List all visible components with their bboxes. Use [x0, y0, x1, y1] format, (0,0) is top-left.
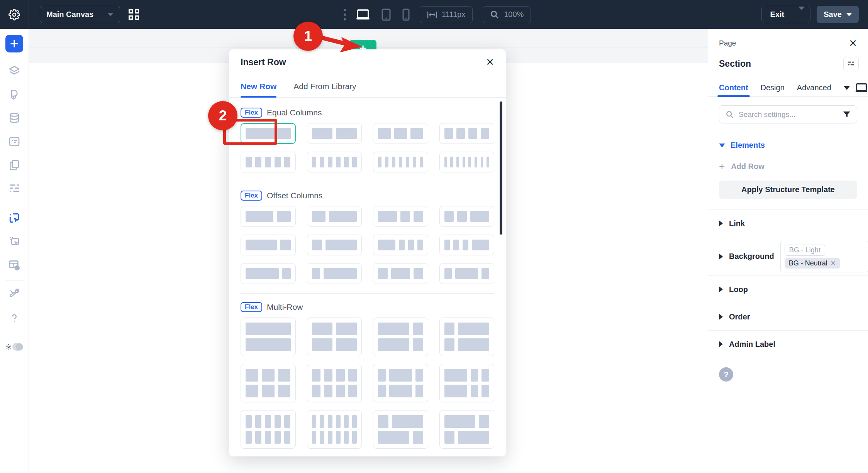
tablet-view-icon[interactable]	[381, 8, 391, 21]
bg-neutral-tag[interactable]: BG - Neutral✕	[785, 258, 840, 269]
apply-structure-template-button[interactable]: Apply Structure Template	[719, 181, 857, 199]
row-layout-option[interactable]	[439, 152, 495, 172]
layout-section-title: Offset Columns	[267, 191, 322, 200]
column-block	[284, 415, 290, 428]
modal-scrollbar[interactable]	[500, 101, 502, 235]
row-layout-option[interactable]	[307, 263, 362, 284]
column-block	[278, 369, 291, 382]
design-presets-icon[interactable]	[5, 85, 23, 104]
row-layout-option[interactable]	[373, 364, 428, 402]
row-layout-option[interactable]	[307, 364, 362, 402]
row-layout-option[interactable]	[439, 206, 495, 227]
row-layout-option[interactable]	[439, 123, 495, 144]
background-section-row[interactable]: Background BG - Light BG - Neutral✕	[708, 237, 868, 275]
panel-title: Page	[719, 39, 736, 47]
column-block	[420, 157, 423, 167]
column-block	[479, 415, 489, 428]
chevron-right-icon	[719, 341, 723, 347]
form-fields-icon[interactable]	[5, 132, 23, 151]
row-layout-option[interactable]	[373, 235, 428, 255]
modal-close-icon[interactable]: ✕	[486, 57, 494, 67]
field-list-icon[interactable]	[5, 179, 23, 198]
tab-design[interactable]: Design	[761, 79, 785, 96]
settings-search-input[interactable]	[739, 110, 838, 119]
row-layout-option[interactable]	[307, 206, 362, 227]
row-layout-option[interactable]	[307, 123, 362, 144]
layout-card-grid	[241, 318, 494, 449]
bg-light-tag[interactable]: BG - Light	[785, 245, 825, 256]
row-layout-option[interactable]	[241, 152, 296, 172]
canvas-width-input[interactable]: 1111px	[420, 6, 473, 23]
row-layout-option[interactable]	[241, 410, 296, 449]
zoom-level-input[interactable]: 100%	[483, 6, 531, 23]
row-layout-option[interactable]	[307, 318, 362, 356]
row-layout-option[interactable]	[241, 364, 296, 402]
column-block	[336, 338, 357, 351]
row-layout-option[interactable]	[241, 318, 296, 356]
settings-gear-icon[interactable]	[0, 0, 29, 29]
row-layout-option[interactable]	[373, 206, 428, 227]
exit-split-button[interactable]: Exit	[761, 6, 811, 23]
row-layout-option[interactable]	[307, 235, 362, 255]
flex-badge: Flex	[241, 191, 262, 201]
tab-new-row[interactable]: New Row	[241, 75, 276, 97]
settings-search-field[interactable]	[719, 105, 857, 123]
column-block	[312, 431, 317, 444]
copy-pages-icon[interactable]	[5, 155, 23, 175]
row-layout-option[interactable]	[241, 235, 296, 255]
window-preview-icon[interactable]	[5, 255, 23, 275]
link-section-row[interactable]: Link	[708, 209, 868, 237]
help-icon[interactable]	[5, 308, 23, 328]
row-layout-option[interactable]	[439, 410, 495, 449]
phone-view-icon[interactable]	[402, 8, 410, 21]
order-section-row[interactable]: Order	[708, 303, 868, 330]
panel-help-button[interactable]: ?	[719, 367, 733, 382]
tab-add-from-library[interactable]: Add From Library	[293, 75, 356, 97]
loop-section-row[interactable]: Loop	[708, 275, 868, 303]
row-layout-option[interactable]	[439, 364, 495, 402]
panel-close-icon[interactable]: ✕	[849, 38, 857, 48]
column-block	[246, 157, 252, 167]
responsive-desktop-icon[interactable]	[855, 83, 868, 93]
database-icon[interactable]	[5, 108, 23, 128]
tools-icon[interactable]	[5, 285, 23, 304]
row-layout-option[interactable]	[307, 410, 362, 449]
column-block	[246, 240, 277, 250]
more-options-icon[interactable]	[344, 9, 346, 20]
row-layout-option[interactable]	[241, 206, 296, 227]
row-layout-option[interactable]	[373, 152, 428, 172]
column-block	[246, 211, 273, 222]
remove-tag-icon[interactable]: ✕	[831, 259, 836, 267]
row-layout-option[interactable]	[307, 152, 362, 172]
layout-grid-icon[interactable]	[129, 9, 139, 20]
row-layout-option[interactable]	[439, 263, 495, 284]
tab-content[interactable]: Content	[719, 79, 748, 96]
row-layout-option[interactable]	[373, 410, 428, 449]
annotation-step-2: 2	[208, 101, 237, 130]
row-layout-option[interactable]	[373, 123, 428, 144]
add-row-button[interactable]: + Add Row	[708, 153, 868, 180]
elements-group-header[interactable]: Elements	[708, 132, 868, 153]
builder-mode-toggle[interactable]	[5, 337, 23, 356]
row-layout-option[interactable]	[373, 318, 428, 356]
layers-icon[interactable]	[5, 61, 23, 81]
toggle-pill[interactable]	[12, 343, 23, 351]
column-block	[262, 369, 275, 382]
tabs-dropdown-icon[interactable]	[844, 86, 850, 90]
filter-icon[interactable]	[843, 111, 851, 118]
canvas-selector-dropdown[interactable]: Main Canvas	[40, 6, 120, 23]
save-split-button[interactable]: Save	[817, 6, 859, 23]
row-layout-option[interactable]	[439, 318, 495, 356]
desktop-view-icon[interactable]	[356, 9, 370, 20]
insert-tool-icon[interactable]	[5, 232, 23, 251]
row-layout-option[interactable]	[241, 263, 296, 284]
add-module-button[interactable]	[5, 35, 23, 52]
row-layout-option[interactable]	[439, 235, 495, 255]
element-presets-icon[interactable]	[843, 56, 859, 71]
column-block	[444, 431, 455, 444]
admin-label-section-row[interactable]: Admin Label	[708, 330, 868, 358]
select-tool-icon[interactable]	[5, 208, 23, 228]
row-layout-option[interactable]	[373, 263, 428, 284]
column-block	[457, 211, 467, 222]
tab-advanced[interactable]: Advanced	[797, 79, 831, 96]
